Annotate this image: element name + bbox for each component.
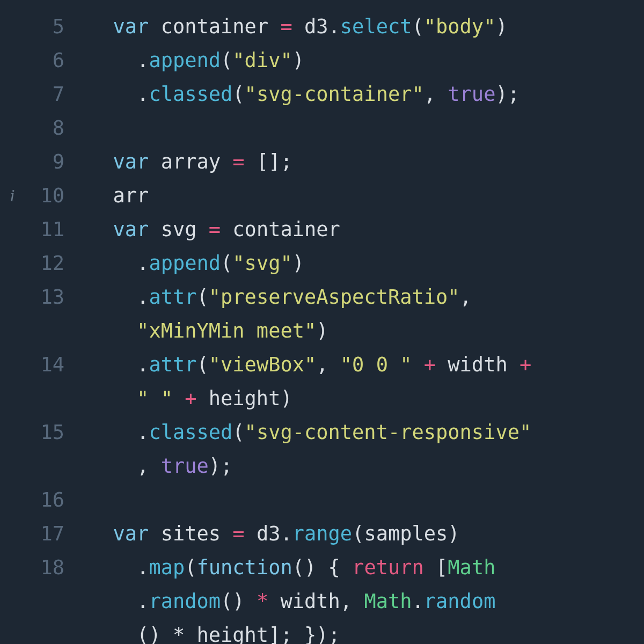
line-number: 5 xyxy=(25,10,64,43)
code-line[interactable]: 12 .append("svg") xyxy=(0,246,644,280)
code-text[interactable]: var svg = container xyxy=(64,213,340,246)
code-line[interactable]: 17 var sites = d3.range(samples) xyxy=(0,517,644,551)
code-line[interactable]: 5 var container = d3.select("body") xyxy=(0,10,644,43)
code-text[interactable]: .map(function() { return [Math .random()… xyxy=(64,551,495,644)
code-text[interactable] xyxy=(64,111,101,145)
code-text[interactable]: .append("svg") xyxy=(64,246,304,280)
code-editor[interactable]: 5 var container = d3.select("body") 6 .a… xyxy=(0,0,644,644)
line-number: 18 xyxy=(25,551,64,584)
line-number: 7 xyxy=(25,77,64,111)
code-line[interactable]: 9 var array = []; xyxy=(0,145,644,179)
code-line[interactable]: 15 .classed("svg-content-responsive" , t… xyxy=(0,415,644,483)
line-number: 13 xyxy=(25,280,64,314)
code-line[interactable]: 13 .attr("preserveAspectRatio", "xMinYMi… xyxy=(0,280,644,348)
code-text[interactable] xyxy=(64,483,101,517)
line-number: 14 xyxy=(25,348,64,382)
line-number: 16 xyxy=(25,483,64,517)
code-text[interactable]: var container = d3.select("body") xyxy=(64,10,508,43)
code-text[interactable]: .classed("svg-content-responsive" , true… xyxy=(64,415,531,483)
code-line[interactable]: 6 .append("div") xyxy=(0,43,644,77)
code-line[interactable]: 18 .map(function() { return [Math .rando… xyxy=(0,551,644,644)
code-text[interactable]: .classed("svg-container", true); xyxy=(64,77,519,111)
line-number: 8 xyxy=(25,111,64,145)
code-text[interactable]: .attr("viewBox", "0 0 " + width + " " + … xyxy=(64,348,544,415)
code-line[interactable]: 14 .attr("viewBox", "0 0 " + width + " "… xyxy=(0,348,644,415)
code-line[interactable]: i 10 arr xyxy=(0,179,644,213)
code-text[interactable]: .attr("preserveAspectRatio", "xMinYMin m… xyxy=(64,280,484,348)
code-line[interactable]: 11 var svg = container xyxy=(0,213,644,246)
line-number: 10 xyxy=(25,179,64,213)
line-number: 11 xyxy=(25,213,64,246)
code-text[interactable]: var array = []; xyxy=(64,145,292,179)
info-icon[interactable]: i xyxy=(0,179,25,213)
line-number: 12 xyxy=(25,246,64,280)
code-line[interactable]: 8 xyxy=(0,111,644,145)
code-text[interactable]: .append("div") xyxy=(64,43,304,77)
code-line[interactable]: 16 xyxy=(0,483,644,517)
line-number: 6 xyxy=(25,43,64,77)
code-line[interactable]: 7 .classed("svg-container", true); xyxy=(0,77,644,111)
line-number: 17 xyxy=(25,517,64,551)
line-number: 9 xyxy=(25,145,64,179)
code-text[interactable]: var sites = d3.range(samples) xyxy=(64,517,460,551)
line-number: 15 xyxy=(25,415,64,449)
code-text[interactable]: arr xyxy=(64,179,149,213)
